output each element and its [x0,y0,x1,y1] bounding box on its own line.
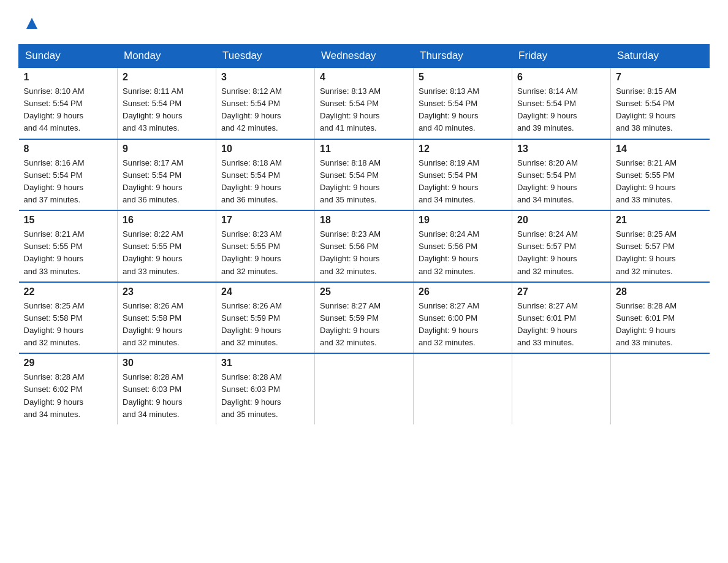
day-info: Sunrise: 8:12 AMSunset: 5:54 PMDaylight:… [221,85,309,135]
week-row-5: 29Sunrise: 8:28 AMSunset: 6:02 PMDayligh… [19,353,710,424]
day-info: Sunrise: 8:17 AMSunset: 5:54 PMDaylight:… [123,157,211,207]
calendar-cell: 28Sunrise: 8:28 AMSunset: 6:01 PMDayligh… [611,282,710,354]
week-row-3: 15Sunrise: 8:21 AMSunset: 5:55 PMDayligh… [19,210,710,282]
day-number: 9 [123,144,211,155]
calendar-cell: 8Sunrise: 8:16 AMSunset: 5:54 PMDaylight… [19,139,118,211]
header-row: SundayMondayTuesdayWednesdayThursdayFrid… [19,45,710,68]
day-info: Sunrise: 8:28 AMSunset: 6:03 PMDaylight:… [123,371,211,421]
week-row-2: 8Sunrise: 8:16 AMSunset: 5:54 PMDaylight… [19,139,710,211]
calendar-cell: 9Sunrise: 8:17 AMSunset: 5:54 PMDaylight… [118,139,216,211]
calendar-cell: 10Sunrise: 8:18 AMSunset: 5:54 PMDayligh… [216,139,315,211]
day-number: 13 [517,144,605,155]
day-number: 25 [320,286,408,297]
calendar-cell: 22Sunrise: 8:25 AMSunset: 5:58 PMDayligh… [19,282,118,354]
day-number: 1 [24,72,113,83]
calendar-cell [611,353,710,424]
day-info: Sunrise: 8:28 AMSunset: 6:03 PMDaylight:… [221,371,309,421]
day-number: 4 [320,72,408,83]
day-info: Sunrise: 8:25 AMSunset: 5:57 PMDaylight:… [616,228,705,278]
day-number: 28 [616,286,705,297]
day-number: 21 [616,215,705,226]
day-number: 12 [419,144,507,155]
day-info: Sunrise: 8:27 AMSunset: 5:59 PMDaylight:… [320,300,408,350]
calendar-cell: 31Sunrise: 8:28 AMSunset: 6:03 PMDayligh… [216,353,315,424]
day-number: 29 [24,358,113,369]
calendar-cell: 21Sunrise: 8:25 AMSunset: 5:57 PMDayligh… [611,210,710,282]
day-number: 20 [517,215,605,226]
calendar-cell: 13Sunrise: 8:20 AMSunset: 5:54 PMDayligh… [512,139,611,211]
calendar-header: SundayMondayTuesdayWednesdayThursdayFrid… [19,45,710,68]
calendar-cell: 6Sunrise: 8:14 AMSunset: 5:54 PMDaylight… [512,67,611,139]
day-info: Sunrise: 8:21 AMSunset: 5:55 PMDaylight:… [616,157,705,207]
day-info: Sunrise: 8:23 AMSunset: 5:56 PMDaylight:… [320,228,408,278]
header-thursday: Thursday [414,45,512,68]
day-info: Sunrise: 8:19 AMSunset: 5:54 PMDaylight:… [419,157,507,207]
day-number: 6 [517,72,605,83]
calendar-cell: 12Sunrise: 8:19 AMSunset: 5:54 PMDayligh… [414,139,512,211]
day-number: 10 [221,144,309,155]
calendar-cell: 29Sunrise: 8:28 AMSunset: 6:02 PMDayligh… [19,353,118,424]
calendar-cell: 14Sunrise: 8:21 AMSunset: 5:55 PMDayligh… [611,139,710,211]
calendar-cell: 16Sunrise: 8:22 AMSunset: 5:55 PMDayligh… [118,210,216,282]
day-info: Sunrise: 8:18 AMSunset: 5:54 PMDaylight:… [320,157,408,207]
header-wednesday: Wednesday [315,45,414,68]
day-number: 17 [221,215,309,226]
calendar-cell: 25Sunrise: 8:27 AMSunset: 5:59 PMDayligh… [315,282,414,354]
day-number: 5 [419,72,507,83]
calendar-cell: 5Sunrise: 8:13 AMSunset: 5:54 PMDaylight… [414,67,512,139]
day-info: Sunrise: 8:18 AMSunset: 5:54 PMDaylight:… [221,157,309,207]
day-number: 11 [320,144,408,155]
day-info: Sunrise: 8:28 AMSunset: 6:01 PMDaylight:… [616,300,705,350]
day-info: Sunrise: 8:22 AMSunset: 5:55 PMDaylight:… [123,228,211,278]
day-info: Sunrise: 8:24 AMSunset: 5:56 PMDaylight:… [419,228,507,278]
day-info: Sunrise: 8:25 AMSunset: 5:58 PMDaylight:… [24,300,113,350]
calendar-cell [512,353,611,424]
day-number: 8 [24,144,113,155]
day-info: Sunrise: 8:14 AMSunset: 5:54 PMDaylight:… [517,85,605,135]
header-monday: Monday [118,45,216,68]
page-header [18,12,710,34]
day-number: 14 [616,144,705,155]
calendar-cell: 19Sunrise: 8:24 AMSunset: 5:56 PMDayligh… [414,210,512,282]
calendar-cell: 27Sunrise: 8:27 AMSunset: 6:01 PMDayligh… [512,282,611,354]
day-number: 18 [320,215,408,226]
day-number: 30 [123,358,211,369]
calendar-cell: 3Sunrise: 8:12 AMSunset: 5:54 PMDaylight… [216,67,315,139]
day-number: 22 [24,286,113,297]
day-number: 2 [123,72,211,83]
calendar-cell: 4Sunrise: 8:13 AMSunset: 5:54 PMDaylight… [315,67,414,139]
day-info: Sunrise: 8:21 AMSunset: 5:55 PMDaylight:… [24,228,113,278]
calendar-cell: 23Sunrise: 8:26 AMSunset: 5:58 PMDayligh… [118,282,216,354]
calendar-cell: 26Sunrise: 8:27 AMSunset: 6:00 PMDayligh… [414,282,512,354]
calendar-cell: 24Sunrise: 8:26 AMSunset: 5:59 PMDayligh… [216,282,315,354]
day-info: Sunrise: 8:13 AMSunset: 5:54 PMDaylight:… [419,85,507,135]
day-number: 31 [221,358,309,369]
day-info: Sunrise: 8:13 AMSunset: 5:54 PMDaylight:… [320,85,408,135]
day-number: 3 [221,72,309,83]
day-info: Sunrise: 8:23 AMSunset: 5:55 PMDaylight:… [221,228,309,278]
calendar-cell: 17Sunrise: 8:23 AMSunset: 5:55 PMDayligh… [216,210,315,282]
calendar-cell [414,353,512,424]
calendar-cell: 20Sunrise: 8:24 AMSunset: 5:57 PMDayligh… [512,210,611,282]
header-tuesday: Tuesday [216,45,315,68]
day-number: 16 [123,215,211,226]
day-info: Sunrise: 8:20 AMSunset: 5:54 PMDaylight:… [517,157,605,207]
day-number: 19 [419,215,507,226]
svg-marker-0 [26,18,37,29]
day-info: Sunrise: 8:27 AMSunset: 6:00 PMDaylight:… [419,300,507,350]
calendar-cell: 30Sunrise: 8:28 AMSunset: 6:03 PMDayligh… [118,353,216,424]
calendar-cell [315,353,414,424]
day-info: Sunrise: 8:27 AMSunset: 6:01 PMDaylight:… [517,300,605,350]
week-row-4: 22Sunrise: 8:25 AMSunset: 5:58 PMDayligh… [19,282,710,354]
day-info: Sunrise: 8:28 AMSunset: 6:02 PMDaylight:… [24,371,113,421]
calendar-cell: 11Sunrise: 8:18 AMSunset: 5:54 PMDayligh… [315,139,414,211]
day-info: Sunrise: 8:15 AMSunset: 5:54 PMDaylight:… [616,85,705,135]
day-number: 26 [419,286,507,297]
header-friday: Friday [512,45,611,68]
calendar-cell: 15Sunrise: 8:21 AMSunset: 5:55 PMDayligh… [19,210,118,282]
calendar-body: 1Sunrise: 8:10 AMSunset: 5:54 PMDaylight… [19,67,710,424]
day-info: Sunrise: 8:26 AMSunset: 5:59 PMDaylight:… [221,300,309,350]
day-number: 27 [517,286,605,297]
day-info: Sunrise: 8:10 AMSunset: 5:54 PMDaylight:… [24,85,113,135]
calendar-table: SundayMondayTuesdayWednesdayThursdayFrid… [18,44,710,424]
